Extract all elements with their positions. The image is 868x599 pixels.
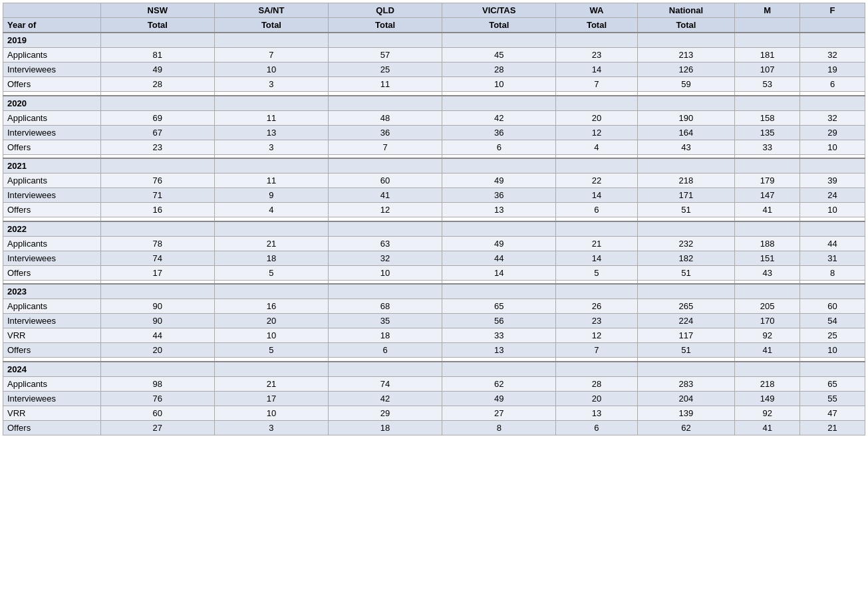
row-value: 90: [100, 299, 214, 314]
row-value: 29: [800, 125, 865, 140]
row-value: 42: [442, 110, 556, 125]
row-label: Offers: [3, 203, 101, 217]
header-nat-total: Total: [637, 18, 735, 33]
row-value: 43: [735, 265, 800, 280]
year-empty-cell: [556, 362, 637, 377]
row-value: 14: [556, 62, 637, 77]
table-row: Applicants982174622828321865: [3, 376, 865, 391]
row-value: 57: [329, 48, 442, 62]
year-header-row: 2023: [3, 284, 865, 299]
row-value: 45: [442, 48, 556, 62]
row-value: 4: [556, 140, 637, 154]
year-empty-cell: [735, 362, 800, 377]
header-row-2: Year of Total Total Total Total Total To…: [3, 18, 865, 33]
year-empty-cell: [100, 362, 214, 377]
table-row: Offers1751014551438: [3, 265, 865, 280]
table-row: Applicants691148422019015832: [3, 110, 865, 125]
row-value: 56: [442, 314, 556, 328]
row-value: 13: [214, 125, 328, 140]
row-value: 23: [100, 140, 214, 154]
row-value: 158: [735, 110, 800, 125]
table-row: Offers16412136514110: [3, 203, 865, 217]
row-value: 3: [214, 77, 328, 92]
row-value: 107: [735, 62, 800, 77]
year-empty-cell: [442, 158, 556, 174]
year-empty-cell: [800, 96, 865, 111]
year-empty-cell: [329, 33, 442, 48]
row-value: 21: [556, 236, 637, 251]
row-value: 53: [735, 77, 800, 92]
row-value: 60: [800, 299, 865, 314]
row-value: 3: [214, 420, 328, 435]
row-value: 20: [556, 110, 637, 125]
year-empty-cell: [556, 96, 637, 111]
year-empty-cell: [214, 362, 328, 377]
year-empty-cell: [637, 284, 735, 299]
table-row: Interviewees761742492020414955: [3, 391, 865, 406]
row-value: 6: [442, 140, 556, 154]
header-m: M: [735, 3, 800, 18]
row-value: 51: [637, 265, 735, 280]
row-value: 49: [100, 62, 214, 77]
year-label: 2024: [3, 362, 101, 377]
row-value: 181: [735, 48, 800, 62]
year-empty-cell: [329, 158, 442, 174]
row-value: 81: [100, 48, 214, 62]
row-value: 10: [800, 343, 865, 358]
row-label: VRR: [3, 328, 101, 343]
year-empty-cell: [442, 33, 556, 48]
row-value: 6: [329, 343, 442, 358]
row-value: 20: [214, 314, 328, 328]
row-value: 20: [556, 391, 637, 406]
row-value: 18: [214, 251, 328, 265]
table-row: Interviewees741832441418215131: [3, 251, 865, 265]
row-value: 213: [637, 48, 735, 62]
row-value: 36: [329, 125, 442, 140]
table-row: Interviewees491025281412610719: [3, 62, 865, 77]
year-empty-cell: [735, 158, 800, 174]
year-empty-cell: [329, 362, 442, 377]
year-empty-cell: [735, 284, 800, 299]
year-empty-cell: [100, 96, 214, 111]
row-value: 23: [556, 48, 637, 62]
row-value: 10: [442, 77, 556, 92]
row-value: 218: [637, 174, 735, 188]
row-value: 36: [442, 188, 556, 203]
row-value: 10: [214, 62, 328, 77]
row-value: 39: [800, 174, 865, 188]
header-sant: SA/NT: [214, 3, 328, 18]
year-header-row: 2020: [3, 96, 865, 111]
row-value: 218: [735, 376, 800, 391]
row-value: 71: [100, 188, 214, 203]
row-label: Offers: [3, 420, 101, 435]
row-value: 62: [637, 420, 735, 435]
year-empty-cell: [800, 33, 865, 48]
row-value: 5: [214, 265, 328, 280]
row-value: 283: [637, 376, 735, 391]
row-value: 27: [442, 406, 556, 420]
year-empty-cell: [800, 158, 865, 174]
year-empty-cell: [800, 284, 865, 299]
row-value: 190: [637, 110, 735, 125]
row-label: Interviewees: [3, 125, 101, 140]
row-value: 13: [442, 203, 556, 217]
header-nsw: NSW: [100, 3, 214, 18]
row-value: 13: [442, 343, 556, 358]
year-empty-cell: [637, 33, 735, 48]
row-value: 41: [735, 343, 800, 358]
year-empty-cell: [329, 284, 442, 299]
row-value: 48: [329, 110, 442, 125]
row-value: 49: [442, 174, 556, 188]
table-row: Applicants761160492221817939: [3, 174, 865, 188]
year-empty-cell: [735, 33, 800, 48]
row-value: 11: [214, 110, 328, 125]
row-value: 98: [100, 376, 214, 391]
year-header-row: 2019: [3, 33, 865, 48]
row-value: 17: [214, 391, 328, 406]
row-value: 51: [637, 203, 735, 217]
row-value: 42: [329, 391, 442, 406]
row-value: 67: [100, 125, 214, 140]
row-value: 21: [800, 420, 865, 435]
row-value: 232: [637, 236, 735, 251]
row-value: 43: [637, 140, 735, 154]
